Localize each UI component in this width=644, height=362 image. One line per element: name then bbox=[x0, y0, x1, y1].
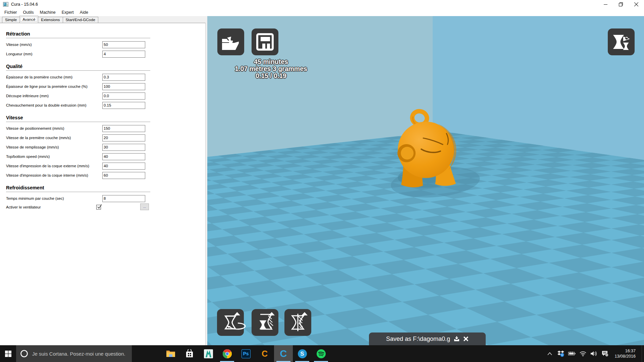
setting-row: Vitesse (mm/s) bbox=[6, 40, 145, 49]
infill-speed-input[interactable] bbox=[102, 144, 145, 151]
save-toolpath-button[interactable] bbox=[252, 28, 278, 55]
outer-shell-speed-input[interactable] bbox=[102, 163, 145, 170]
title-bar: Cura - 15.04.6 bbox=[0, 0, 644, 9]
mirror-button[interactable] bbox=[284, 309, 311, 336]
enable-fan-checkbox[interactable] bbox=[96, 205, 101, 209]
setting-row: Vitesse de positionnement (mm/s) bbox=[6, 124, 145, 133]
system-tray: 16:37 13/08/2016 bbox=[545, 345, 642, 362]
retraction-length-input[interactable] bbox=[102, 51, 145, 58]
print-time: 45 minutes bbox=[214, 58, 328, 65]
load-model-button[interactable] bbox=[217, 28, 244, 55]
tray-date: 13/08/2016 bbox=[614, 354, 636, 359]
restore-button[interactable] bbox=[613, 0, 629, 9]
travel-speed-input[interactable] bbox=[102, 125, 145, 132]
cut-off-bottom-input[interactable] bbox=[102, 93, 145, 100]
setting-label: Longueur (mm) bbox=[6, 52, 102, 56]
settings-form: Rétraction Vitesse (mm/s) Longueur (mm) … bbox=[0, 23, 206, 345]
skype-button[interactable]: S bbox=[293, 345, 312, 362]
saved-toast: Saved as F:\dagoma0.g bbox=[369, 333, 486, 345]
first-layer-line-width-input[interactable] bbox=[102, 83, 145, 90]
setting-label: Activer le ventilateur bbox=[6, 205, 145, 209]
close-button[interactable] bbox=[629, 0, 644, 9]
first-layer-speed-input[interactable] bbox=[102, 134, 145, 141]
taskbar-clock[interactable]: 16:37 13/08/2016 bbox=[612, 348, 640, 359]
filament-usage: 1.07 mètres 3 grammes bbox=[214, 65, 328, 72]
minimal-layer-time-input[interactable] bbox=[102, 195, 145, 202]
volume-tray-icon[interactable] bbox=[590, 349, 598, 358]
fan-more-options-button[interactable]: ... bbox=[140, 203, 149, 210]
tab-start-end-gcode[interactable]: Start/End-GCode bbox=[63, 17, 98, 23]
action-center-icon[interactable] bbox=[601, 349, 609, 358]
mirror-icon bbox=[288, 313, 308, 332]
setting-label: Top/bottom speed (mm/s) bbox=[6, 155, 102, 159]
menu-expert[interactable]: Expert bbox=[59, 9, 77, 16]
chrome-button[interactable] bbox=[218, 345, 236, 362]
setting-label: Vitesse (mm/s) bbox=[6, 43, 102, 47]
minimize-button[interactable] bbox=[598, 0, 613, 9]
setting-row: Découpe inférieure (mm) bbox=[6, 91, 145, 101]
setting-label: Chevauchement pour la double extrusion (… bbox=[6, 103, 102, 107]
window-title: Cura - 15.04.6 bbox=[11, 2, 38, 7]
cortana-search-box[interactable]: Je suis Cortana. Posez-moi une question. bbox=[16, 345, 132, 362]
setting-row: Longueur (mm) bbox=[6, 49, 145, 59]
cura-window: Cura - 15.04.6 Fichier Outils Machine Ex… bbox=[0, 0, 644, 362]
first-layer-thickness-input[interactable] bbox=[102, 74, 145, 81]
tab-avance[interactable]: Avancé bbox=[19, 16, 38, 23]
start-button[interactable] bbox=[0, 345, 16, 362]
file-explorer-button[interactable] bbox=[161, 345, 180, 362]
cura-active-button[interactable]: C bbox=[274, 345, 293, 362]
dropbox-tray-icon[interactable] bbox=[556, 349, 565, 358]
search-placeholder: Je suis Cortana. Posez-moi une question. bbox=[32, 351, 125, 357]
menu-bar: Fichier Outils Machine Expert Aide bbox=[0, 9, 644, 16]
rotate-button[interactable] bbox=[217, 309, 244, 336]
cost-estimate: 0.15 / 0.19 bbox=[214, 72, 328, 79]
print-saved-icon[interactable] bbox=[453, 336, 460, 342]
maya-icon bbox=[204, 349, 213, 358]
load-model-icon bbox=[221, 32, 240, 52]
scale-button[interactable] bbox=[252, 309, 278, 336]
battery-tray-icon[interactable] bbox=[568, 349, 576, 358]
toast-close-icon[interactable] bbox=[463, 336, 469, 342]
menu-outils[interactable]: Outils bbox=[20, 9, 37, 16]
show-desktop-button[interactable] bbox=[642, 345, 644, 362]
tab-simple[interactable]: Simple bbox=[2, 17, 20, 23]
inner-shell-speed-input[interactable] bbox=[102, 172, 145, 179]
setting-row: Vitesse d'impression de la coque interne… bbox=[6, 171, 145, 180]
view-mode-button[interactable] bbox=[608, 28, 635, 55]
menu-fichier[interactable]: Fichier bbox=[1, 9, 20, 16]
dual-extrusion-overlap-input[interactable] bbox=[102, 102, 145, 109]
3d-viewport[interactable]: 45 minutes 1.07 mètres 3 grammes 0.15 / … bbox=[207, 16, 644, 345]
view-mode-icon bbox=[611, 32, 631, 52]
setting-label: Vitesse de la première couche (mm/s) bbox=[6, 136, 102, 140]
section-heading-qualite: Qualité bbox=[6, 64, 150, 71]
cura-orange-button[interactable]: C bbox=[255, 345, 274, 362]
spotify-button[interactable] bbox=[312, 345, 330, 362]
setting-row: Chevauchement pour la double extrusion (… bbox=[6, 101, 145, 110]
app-icon bbox=[3, 2, 8, 7]
section-heading-vitesse: Vitesse bbox=[6, 115, 150, 122]
tray-chevron-icon[interactable] bbox=[545, 349, 554, 358]
scale-icon bbox=[255, 313, 275, 332]
wifi-tray-icon[interactable] bbox=[579, 349, 587, 358]
menu-aide[interactable]: Aide bbox=[77, 9, 91, 16]
menu-machine[interactable]: Machine bbox=[37, 9, 58, 16]
windows-store-button[interactable] bbox=[180, 345, 199, 362]
top-bottom-speed-input[interactable] bbox=[102, 153, 145, 160]
save-toolpath-icon bbox=[256, 33, 274, 51]
setting-row: Épaisseur de la première couche (mm) bbox=[6, 72, 145, 82]
photoshop-button[interactable]: Ps bbox=[236, 345, 255, 362]
setting-label: Vitesse d'impression de la coque interne… bbox=[6, 173, 102, 177]
tab-extensions[interactable]: Extensions bbox=[38, 17, 63, 23]
maya-button[interactable] bbox=[199, 345, 218, 362]
setting-label: Épaisseur de la première couche (mm) bbox=[6, 75, 102, 79]
chrome-icon bbox=[223, 349, 232, 358]
setting-row: Activer le ventilateur ... bbox=[6, 203, 145, 211]
windows-taskbar: Je suis Cortana. Posez-moi une question. bbox=[0, 345, 644, 362]
setting-row: Vitesse de la première couche (mm/s) bbox=[6, 133, 145, 142]
setting-label: Vitesse de positionnement (mm/s) bbox=[6, 126, 102, 130]
skype-icon: S bbox=[300, 350, 304, 358]
spotify-icon bbox=[317, 349, 326, 358]
setting-label: Vitesse d'impression de la coque externe… bbox=[6, 164, 102, 168]
retraction-speed-input[interactable] bbox=[102, 41, 145, 48]
checkmark-icon bbox=[97, 204, 102, 209]
